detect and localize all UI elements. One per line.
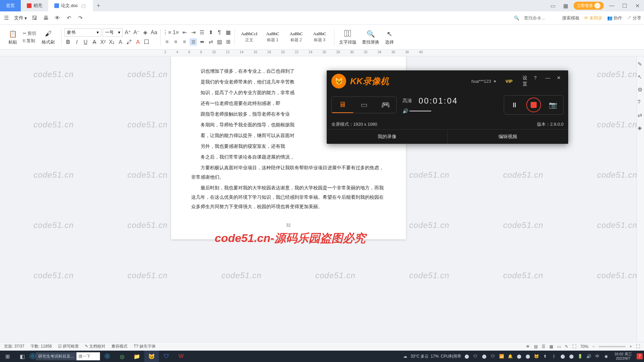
tray-icon[interactable]: ⬤ — [481, 353, 487, 360]
align-justify-icon[interactable]: ≣ — [190, 38, 197, 46]
align-right-icon[interactable]: ≡ — [181, 38, 188, 46]
edge-icon[interactable]: ⓔ — [100, 351, 115, 362]
kk-taskbar-icon[interactable]: 😼 — [144, 351, 159, 362]
explorer-icon[interactable]: 📁 — [129, 351, 144, 362]
weather-text[interactable]: 33°C 多云 — [411, 353, 429, 360]
status-compat[interactable]: 兼容模式 — [111, 344, 127, 349]
kk-titlebar[interactable]: 😼 KK录像机 hua***123▾VIP 设置 ? — ✕ — [327, 70, 568, 92]
kk-help-icon[interactable]: ? — [534, 75, 541, 87]
kk-mode-game[interactable]: 🎮 — [375, 97, 396, 113]
italic-icon[interactable]: I — [73, 39, 80, 46]
menu-icon[interactable]: ☰ — [3, 14, 10, 22]
tab-daoke[interactable]: 稻壳 — [21, 0, 48, 11]
cursor-icon[interactable]: ↖ — [638, 74, 644, 80]
tray-icon[interactable]: ◉ — [603, 353, 609, 360]
paste-button[interactable]: 📋粘贴 — [6, 29, 19, 45]
kk-my-recordings[interactable]: 我的录像 — [327, 130, 448, 144]
font-size-select[interactable]: 一号▾ — [103, 28, 123, 37]
tray-icon[interactable]: ⬤ — [463, 353, 470, 360]
taskbar-clock[interactable]: 16:02 周三 2022/9/7 — [611, 352, 635, 361]
number-list-icon[interactable]: 1≡ — [172, 29, 179, 36]
style-heading2[interactable]: AaBbC标题 2 — [284, 27, 308, 47]
cut-button[interactable]: ✂ 剪切 — [21, 30, 38, 37]
app-u-icon[interactable]: 🛡 — [159, 351, 174, 362]
find-replace-button[interactable]: 🔍查找替换 — [360, 29, 381, 45]
tray-icon[interactable]: ⬤ — [559, 353, 566, 360]
line-spacing-icon[interactable]: ⬍ — [207, 29, 214, 36]
align-left-icon[interactable]: ≡ — [163, 38, 171, 46]
char-border-icon[interactable]: 囗 — [143, 39, 150, 46]
borders-icon[interactable]: ⊞ — [224, 38, 232, 46]
apps-grid-icon[interactable]: ▦ — [561, 1, 570, 10]
eye-icon[interactable]: 👁 — [526, 344, 530, 349]
view-read-icon[interactable]: ▭ — [557, 344, 561, 349]
ie-window-title[interactable]: 研究生考试科目及... — [36, 352, 76, 360]
zoom-fit-icon[interactable]: ⛶ — [572, 344, 576, 349]
status-words[interactable]: 字数: 11856 — [31, 344, 52, 349]
kk-volume[interactable]: 🔊 ━━━━━━━━ — [402, 108, 458, 114]
convert-icon[interactable]: ⇄ — [638, 112, 644, 118]
tray-icon[interactable]: 📶 — [498, 353, 505, 360]
underline-icon[interactable]: U — [82, 39, 89, 46]
status-missing-font[interactable]: T? 缺失字体 — [133, 344, 155, 349]
pen-tool-icon[interactable]: ✎ — [565, 344, 568, 349]
bold-icon[interactable]: B — [64, 39, 72, 46]
copy-button[interactable]: ⎘ 复制 — [21, 37, 38, 45]
kk-minimize[interactable]: — — [545, 75, 552, 87]
wps-icon[interactable]: W — [174, 351, 189, 362]
taskview-icon[interactable]: ◧ — [15, 351, 30, 362]
subscript-icon[interactable]: X₂ — [108, 39, 115, 46]
zoom-slider[interactable] — [599, 346, 626, 347]
increase-indent-icon[interactable]: ⇥ — [190, 29, 197, 36]
weather-icon[interactable]: ☁ — [402, 353, 409, 360]
tray-icon[interactable]: 🐱 — [533, 353, 540, 360]
tray-icon[interactable]: 🛡 — [472, 353, 479, 360]
paragraph[interactable]: 最后时刻，我也要对我的大学校园表达谢意，我的大学校园是一个非常美丽的地方，而我这… — [191, 183, 386, 211]
notification-badge[interactable]: 7 — [637, 353, 643, 359]
kk-recorder-window[interactable]: 😼 KK录像机 hua***123▾VIP 设置 ? — ✕ 🖥 ▭ 🎮 高清 … — [327, 70, 568, 144]
bullet-list-icon[interactable]: ⋮≡ — [163, 29, 171, 36]
window-maximize[interactable]: ☐ — [620, 1, 629, 10]
tab-home[interactable]: 首页 — [0, 0, 21, 11]
start-button[interactable]: ⊞ — [0, 351, 15, 362]
tab-new[interactable]: + — [93, 2, 104, 9]
font-name-select[interactable]: 隶书▾ — [64, 28, 101, 37]
layout-single-icon[interactable]: ▭ — [548, 1, 557, 10]
kk-close[interactable]: ✕ — [557, 75, 564, 87]
show-marks-icon[interactable]: ¶ — [216, 29, 223, 36]
kk-pause-button[interactable]: ⏸ — [509, 99, 520, 111]
save-icon[interactable]: 🖫 — [31, 14, 38, 22]
share-button[interactable]: ↗ 分享 — [627, 15, 641, 21]
decrease-font-icon[interactable]: A⁻ — [133, 29, 140, 36]
tab-settings-icon[interactable]: ⇄ — [207, 38, 214, 46]
battery-icon[interactable]: 🔋 — [577, 353, 583, 360]
cpu-label[interactable]: CPU利用率 — [441, 353, 461, 360]
highlight-icon[interactable]: 🖍 — [125, 39, 133, 46]
zoom-out-icon[interactable]: − — [592, 344, 595, 349]
increase-font-icon[interactable]: A⁺ — [124, 29, 131, 36]
superscript-icon[interactable]: X² — [99, 39, 107, 46]
style-heading3[interactable]: AaBbC标题 3 — [308, 27, 331, 47]
tray-icon[interactable]: ⬤ — [524, 353, 531, 360]
tab-popout-icon[interactable]: ▢ — [80, 2, 87, 9]
diamond-icon[interactable]: ◈ — [638, 125, 644, 131]
view-web-icon[interactable]: ▦ — [549, 344, 553, 349]
unsync-status[interactable]: ⟳ 未同步 — [584, 15, 602, 21]
text-effect-icon[interactable]: A — [117, 39, 124, 46]
search-command-input[interactable] — [524, 14, 557, 22]
status-proofread[interactable]: ✎ 文档校对 — [85, 344, 105, 349]
align-center-icon[interactable]: ≡ — [172, 38, 179, 46]
font-color-icon[interactable]: A — [134, 39, 142, 46]
style-heading1[interactable]: AaBbC标题 1 — [261, 27, 284, 47]
volume-icon[interactable]: 🔊 — [585, 353, 592, 360]
tray-icon[interactable]: 🔔 — [507, 353, 514, 360]
kk-settings[interactable]: 设置 — [523, 75, 529, 87]
taskbar-search[interactable]: 搜一下 — [76, 352, 100, 360]
browser360-icon[interactable]: ◎ — [115, 351, 129, 362]
kk-edit-video[interactable]: 编辑视频 — [448, 130, 569, 144]
bluetooth-icon[interactable]: ᛒ — [550, 353, 557, 360]
style-normal[interactable]: AaBbCcI正文 — [237, 27, 261, 47]
sort-icon[interactable]: ☰ — [198, 29, 206, 36]
text-layout-button[interactable]: ⿲文字排版 — [337, 29, 359, 45]
print-preview-icon[interactable]: 👁 — [54, 14, 61, 22]
